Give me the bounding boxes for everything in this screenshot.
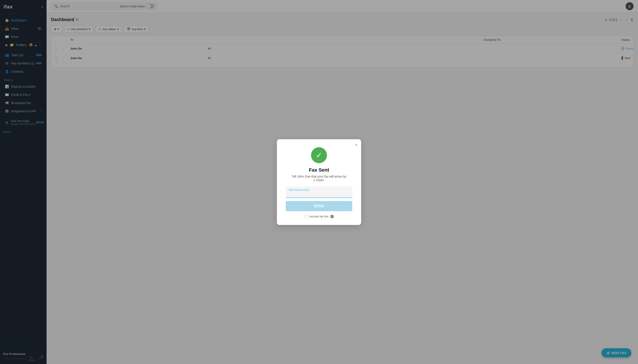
include-fax-link-checkbox[interactable]	[304, 215, 308, 218]
success-circle: ✓	[311, 147, 327, 163]
modal-overlay[interactable]: × ✓ Fax Sent Tell John Doe that your fax…	[0, 0, 638, 364]
include-fax-link-label: Include fax link	[309, 215, 329, 218]
fax-link-info-icon[interactable]: i	[330, 215, 334, 218]
email-input-wrap: John Doe's email	[286, 187, 352, 198]
modal-close-button[interactable]: ×	[355, 142, 358, 148]
fax-sent-modal: × ✓ Fax Sent Tell John Doe that your fax…	[277, 139, 361, 225]
modal-title: Fax Sent	[286, 167, 352, 173]
checkmark-icon: ✓	[316, 151, 322, 160]
send-button[interactable]: SEND	[286, 201, 352, 211]
email-label: John Doe's email	[288, 188, 309, 192]
fax-link-row: Include fax link i	[286, 215, 352, 218]
modal-subtitle: Tell John Doe that your fax will arrive …	[286, 175, 352, 182]
